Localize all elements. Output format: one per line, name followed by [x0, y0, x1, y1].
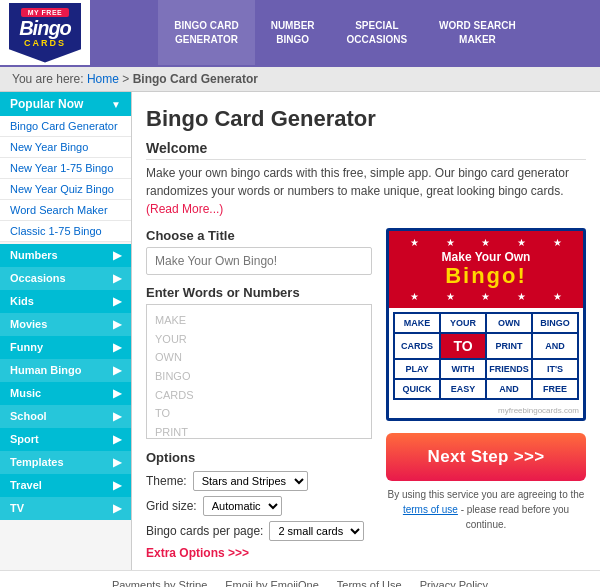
sidebar-category-occasions[interactable]: Occasions▶ — [0, 267, 131, 290]
left-column: Choose a Title Enter Words or Numbers MA… — [146, 228, 372, 560]
movies-arrow-icon: ▶ — [113, 318, 121, 331]
nav-item-special[interactable]: SPECIALOCCASIONS — [331, 0, 424, 65]
numbers-arrow-icon: ▶ — [113, 249, 121, 262]
bingo-cell-2-3: IT'S — [532, 359, 578, 379]
footer: Payments by Stripe Emoji by EmojiOne Ter… — [0, 570, 600, 587]
sidebar-category-sport[interactable]: Sport▶ — [0, 428, 131, 451]
sidebar-link-new-year-175[interactable]: New Year 1-75 Bingo — [0, 158, 131, 179]
bingo-cell-1-0: CARDS — [394, 333, 440, 359]
sidebar-category-travel[interactable]: Travel▶ — [0, 474, 131, 497]
bingo-cell-0-1: YOUR — [440, 313, 486, 333]
travel-arrow-icon: ▶ — [113, 479, 121, 492]
bingo-row-0: MAKE YOUR OWN BINGO — [394, 313, 578, 333]
extra-options-link[interactable]: Extra Options >>> — [146, 546, 372, 560]
sidebar-category-music[interactable]: Music▶ — [0, 382, 131, 405]
next-step-button[interactable]: Next Step >>> — [386, 433, 586, 481]
two-column-layout: Choose a Title Enter Words or Numbers MA… — [146, 228, 586, 560]
sidebar-category-movies[interactable]: Movies▶ — [0, 313, 131, 336]
read-more-link[interactable]: (Read More...) — [146, 202, 223, 216]
music-arrow-icon: ▶ — [113, 387, 121, 400]
right-column: ★★★★★ Make Your Own Bingo! ★★★★★ MAKE — [386, 228, 586, 560]
logo-cards: CARDS — [24, 38, 66, 48]
theme-row: Theme: Stars and Stripes — [146, 471, 372, 491]
cards-per-page-label: Bingo cards per page: — [146, 524, 263, 538]
theme-label: Theme: — [146, 474, 187, 488]
sidebar-link-new-year[interactable]: New Year Bingo — [0, 137, 131, 158]
footer-terms-link[interactable]: Terms of Use — [337, 579, 402, 587]
bingo-cell-3-1: EASY — [440, 379, 486, 399]
sidebar-category-templates[interactable]: Templates▶ — [0, 451, 131, 474]
terms-link[interactable]: terms of use — [403, 504, 458, 515]
sidebar-category-school[interactable]: School▶ — [0, 405, 131, 428]
grid-size-row: Grid size: Automatic — [146, 496, 372, 516]
terms-text: By using this service you are agreeing t… — [386, 487, 586, 532]
bingo-grid-table: MAKE YOUR OWN BINGO CARDS TO PRINT AND — [393, 312, 579, 400]
bingo-cell-1-3: AND — [532, 333, 578, 359]
bingo-cell-2-2: FRIENDS — [486, 359, 532, 379]
bingo-cell-3-3: FREE — [532, 379, 578, 399]
bingo-cell-2-0: PLAY — [394, 359, 440, 379]
bingo-cell-2-1: WITH — [440, 359, 486, 379]
welcome-section: Welcome Make your own bingo cards with t… — [146, 140, 586, 218]
sidebar-link-new-year-quiz[interactable]: New Year Quiz Bingo — [0, 179, 131, 200]
sidebar-popular-header[interactable]: Popular Now ▼ — [0, 92, 131, 116]
bingo-cell-3-0: QUICK — [394, 379, 440, 399]
sidebar-category-funny[interactable]: Funny▶ — [0, 336, 131, 359]
preview-footer-url: myfreebingocards.com — [389, 404, 583, 418]
cards-per-page-row: Bingo cards per page: 2 small cards — [146, 521, 372, 541]
page-title: Bingo Card Generator — [146, 106, 586, 132]
grid-size-label: Grid size: — [146, 499, 197, 513]
cards-per-page-select[interactable]: 2 small cards — [269, 521, 364, 541]
sport-arrow-icon: ▶ — [113, 433, 121, 446]
sidebar-link-word-search[interactable]: Word Search Maker — [0, 200, 131, 221]
preview-bingo-text: Bingo! — [397, 264, 575, 288]
bingo-cell-1-1: TO — [440, 333, 486, 359]
content-area: Bingo Card Generator Welcome Make your o… — [132, 92, 600, 570]
templates-arrow-icon: ▶ — [113, 456, 121, 469]
bingo-row-3: QUICK EASY AND FREE — [394, 379, 578, 399]
kids-arrow-icon: ▶ — [113, 295, 121, 308]
human-bingo-arrow-icon: ▶ — [113, 364, 121, 377]
title-label: Choose a Title — [146, 228, 372, 243]
footer-emoji: Emoji by EmojiOne — [225, 579, 319, 587]
bingo-row-1: CARDS TO PRINT AND — [394, 333, 578, 359]
sidebar-category-tv[interactable]: TV▶ — [0, 497, 131, 520]
main-layout: Popular Now ▼ Bingo Card Generator New Y… — [0, 92, 600, 570]
logo: MY FREE Bingo CARDS — [0, 0, 90, 65]
breadcrumb-home[interactable]: Home — [87, 72, 119, 86]
grid-size-select[interactable]: Automatic — [203, 496, 282, 516]
words-textarea[interactable]: MAKE YOUR OWN BINGO CARDS TO PRINT AND P… — [146, 304, 372, 439]
sidebar-category-kids[interactable]: Kids▶ — [0, 290, 131, 313]
breadcrumb-current: Bingo Card Generator — [133, 72, 258, 86]
bingo-cell-3-2: AND — [486, 379, 532, 399]
footer-privacy-link[interactable]: Privacy Policy — [420, 579, 488, 587]
main-nav: BINGO CARDGENERATOR NUMBERBINGO SPECIALO… — [90, 0, 600, 65]
theme-select[interactable]: Stars and Stripes — [193, 471, 308, 491]
sidebar-link-bingo-generator[interactable]: Bingo Card Generator — [0, 116, 131, 137]
bingo-cell-0-3: BINGO — [532, 313, 578, 333]
sidebar-link-classic[interactable]: Classic 1-75 Bingo — [0, 221, 131, 242]
funny-arrow-icon: ▶ — [113, 341, 121, 354]
sidebar-category-numbers[interactable]: Numbers▶ — [0, 244, 131, 267]
welcome-heading: Welcome — [146, 140, 586, 160]
popular-arrow-icon: ▼ — [111, 99, 121, 110]
bingo-row-2: PLAY WITH FRIENDS IT'S — [394, 359, 578, 379]
bingo-cell-0-2: OWN — [486, 313, 532, 333]
options-section: Options Theme: Stars and Stripes Grid si… — [146, 450, 372, 560]
sidebar: Popular Now ▼ Bingo Card Generator New Y… — [0, 92, 132, 570]
bingo-cell-1-2: PRINT — [486, 333, 532, 359]
preview-make-text: Make Your Own — [397, 250, 575, 264]
sidebar-category-human-bingo[interactable]: Human Bingo▶ — [0, 359, 131, 382]
bingo-cell-0-0: MAKE — [394, 313, 440, 333]
nav-item-bingo-card[interactable]: BINGO CARDGENERATOR — [158, 0, 254, 65]
preview-grid: MAKE YOUR OWN BINGO CARDS TO PRINT AND — [389, 308, 583, 404]
school-arrow-icon: ▶ — [113, 410, 121, 423]
logo-top-badge: MY FREE — [21, 8, 70, 17]
nav-item-number[interactable]: NUMBERBINGO — [255, 0, 331, 65]
nav-item-word-search[interactable]: WORD SEARCHMAKER — [423, 0, 532, 65]
breadcrumb: You are here: Home > Bingo Card Generato… — [0, 67, 600, 92]
footer-stripe: Payments by Stripe — [112, 579, 207, 587]
bingo-title-input[interactable] — [146, 247, 372, 275]
preview-header: ★★★★★ Make Your Own Bingo! ★★★★★ — [389, 231, 583, 308]
occasions-arrow-icon: ▶ — [113, 272, 121, 285]
